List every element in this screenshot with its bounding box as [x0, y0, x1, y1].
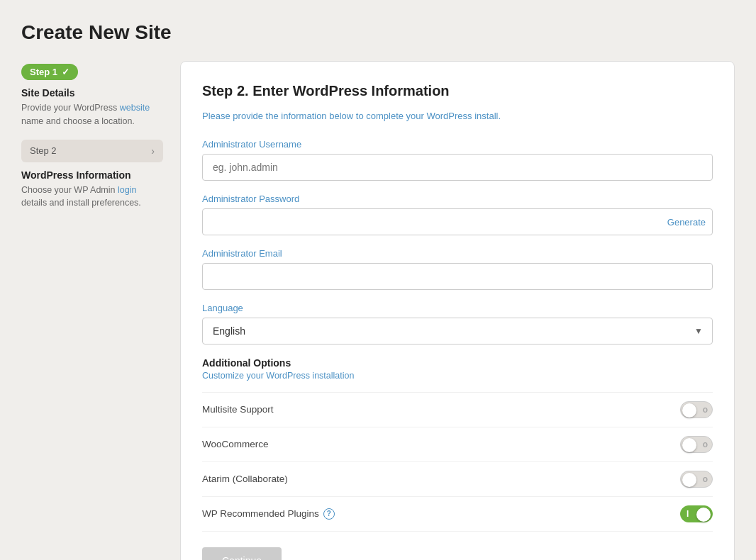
- woocommerce-toggle[interactable]: o: [680, 436, 713, 453]
- email-input[interactable]: [202, 263, 713, 290]
- language-field-group: Language English French German Spanish I…: [202, 303, 713, 345]
- username-label: Administrator Username: [202, 139, 713, 150]
- additional-options-title: Additional Options: [202, 357, 713, 369]
- step2-label: Step 2: [30, 145, 57, 156]
- step2-description: Choose your WP Admin login details and i…: [21, 184, 163, 211]
- woocommerce-knob: [682, 438, 696, 452]
- info-icon[interactable]: ?: [323, 508, 335, 520]
- username-field-group: Administrator Username: [202, 139, 713, 181]
- main-panel: Step 2. Enter WordPress Information Plea…: [180, 61, 735, 560]
- woocommerce-track[interactable]: o: [680, 436, 713, 453]
- step1-label: Step 1: [30, 67, 57, 77]
- atarim-knob: [682, 473, 696, 487]
- main-heading: Step 2. Enter WordPress Information: [202, 83, 713, 99]
- step2-row[interactable]: Step 2 ›: [21, 140, 163, 162]
- additional-options-section: Additional Options Customize your WordPr…: [202, 357, 713, 532]
- language-select[interactable]: English French German Spanish Italian: [202, 318, 713, 345]
- sidebar: Step 1 ✓ Site Details Provide your WordP…: [21, 61, 163, 210]
- wp-recommended-track[interactable]: I: [680, 505, 713, 522]
- password-field-group: Administrator Password Generate: [202, 194, 713, 235]
- step1-check-icon: ✓: [62, 67, 70, 77]
- atarim-toggle[interactable]: o: [680, 471, 713, 488]
- step1-title: Site Details: [21, 87, 163, 99]
- email-field-group: Administrator Email: [202, 248, 713, 290]
- wp-recommended-label-group: WP Recommended Plugins ?: [202, 508, 335, 520]
- chevron-right-icon: ›: [151, 145, 155, 157]
- atarim-off-label: o: [703, 474, 708, 484]
- generate-button[interactable]: Generate: [667, 216, 706, 227]
- wp-recommended-knob: [696, 508, 711, 522]
- email-label: Administrator Email: [202, 248, 713, 259]
- language-label: Language: [202, 303, 713, 313]
- step1-badge: Step 1 ✓: [21, 64, 78, 80]
- username-input[interactable]: [202, 154, 713, 181]
- atarim-toggle-row: Atarim (Collaborate) o: [202, 461, 713, 496]
- page-title: Create New Site: [21, 21, 735, 44]
- multisite-label: Multisite Support: [202, 404, 274, 415]
- multisite-toggle-row: Multisite Support o: [202, 392, 713, 427]
- additional-options-subtitle: Customize your WordPress installation: [202, 371, 713, 381]
- step1-website-link[interactable]: website: [120, 103, 150, 113]
- continue-button[interactable]: Continue: [202, 547, 282, 561]
- password-input[interactable]: [202, 208, 713, 235]
- wp-recommended-on-label: I: [686, 509, 689, 519]
- woocommerce-off-label: o: [703, 439, 708, 449]
- info-text: Please provide the information below to …: [202, 109, 713, 123]
- wp-recommended-toggle[interactable]: I: [680, 505, 713, 522]
- password-wrapper: Generate: [202, 208, 713, 235]
- step2-login-link[interactable]: login: [118, 185, 136, 195]
- atarim-label: Atarim (Collaborate): [202, 474, 288, 484]
- step2-title: WordPress Information: [21, 169, 163, 181]
- multisite-off-label: o: [703, 405, 708, 415]
- multisite-toggle[interactable]: o: [680, 401, 713, 418]
- wp-recommended-label: WP Recommended Plugins: [202, 508, 319, 519]
- woocommerce-label: WooCommerce: [202, 439, 269, 449]
- multisite-track[interactable]: o: [680, 401, 713, 418]
- woocommerce-toggle-row: WooCommerce o: [202, 427, 713, 461]
- wp-recommended-toggle-row: WP Recommended Plugins ? I: [202, 496, 713, 532]
- step1-description: Provide your WordPress website name and …: [21, 101, 163, 128]
- password-label: Administrator Password: [202, 194, 713, 204]
- atarim-track[interactable]: o: [680, 471, 713, 488]
- language-select-wrapper: English French German Spanish Italian ▼: [202, 318, 713, 345]
- multisite-knob: [682, 403, 696, 418]
